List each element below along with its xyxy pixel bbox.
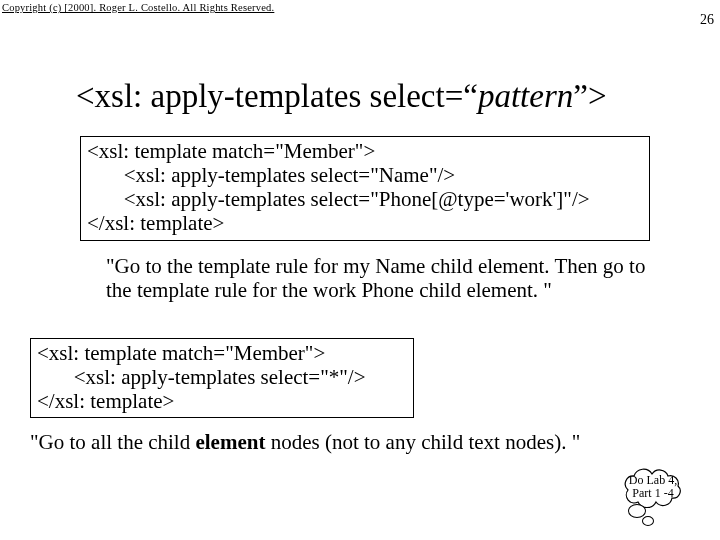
code-example-2: <xsl: template match="Member"> <xsl: app… <box>30 338 414 418</box>
code-line: <xsl: apply-templates select="*"/> <box>37 365 407 389</box>
explanation-1: "Go to the template rule for my Name chi… <box>106 254 646 302</box>
title-prefix: <xsl: apply-templates select=“ <box>76 78 478 114</box>
slide-title: <xsl: apply-templates select=“pattern”> <box>76 78 607 115</box>
code-example-1: <xsl: template match="Member"> <xsl: app… <box>80 136 650 241</box>
explanation-2-bold: element <box>195 430 265 454</box>
cloud-tail-bubble <box>642 516 654 526</box>
explanation-2-post: nodes (not to any child text nodes). " <box>265 430 580 454</box>
explanation-2: "Go to all the child element nodes (not … <box>30 430 710 454</box>
cloud-line2: Part 1 -4 <box>616 487 690 500</box>
code-line: <xsl: apply-templates select="Phone[@typ… <box>87 187 643 211</box>
explanation-2-pre: "Go to all the child <box>30 430 195 454</box>
code-line: <xsl: apply-templates select="Name"/> <box>87 163 643 187</box>
page-number: 26 <box>700 12 714 28</box>
title-pattern: pattern <box>478 78 573 114</box>
code-line: </xsl: template> <box>37 389 407 413</box>
cloud-callout: Do Lab 4, Part 1 -4 <box>616 468 690 508</box>
code-line: <xsl: template match="Member"> <box>87 139 643 163</box>
cloud-tail-bubble <box>628 504 646 518</box>
slide-page: Copyright (c) [2000]. Roger L. Costello.… <box>0 0 720 540</box>
code-line: </xsl: template> <box>87 211 643 235</box>
code-line: <xsl: template match="Member"> <box>37 341 407 365</box>
title-suffix: ”> <box>573 78 606 114</box>
copyright-line: Copyright (c) [2000]. Roger L. Costello.… <box>2 2 274 13</box>
cloud-text: Do Lab 4, Part 1 -4 <box>616 474 690 500</box>
